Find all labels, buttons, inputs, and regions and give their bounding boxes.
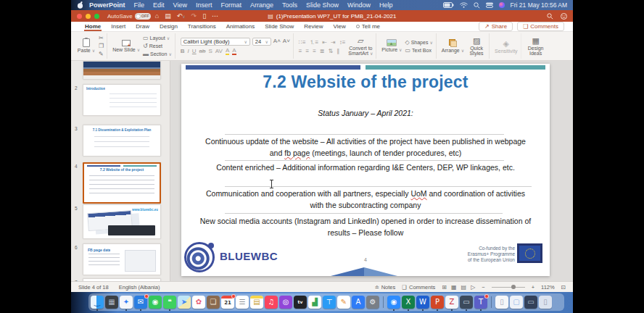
facetime-dock-icon[interactable]: ◉: [149, 296, 162, 309]
slide-thumbnail-5[interactable]: www.bluewbc.eu: [83, 204, 161, 239]
slide[interactable]: 7.2 Website of the project Status Januar…: [181, 64, 550, 276]
justify-icon[interactable]: ≣: [320, 48, 325, 54]
menu-window[interactable]: Window: [343, 1, 375, 9]
font-name-select[interactable]: Calibri Light (Body)∨: [181, 38, 250, 46]
finder-dock-icon[interactable]: ‿: [91, 296, 104, 309]
books-dock-icon[interactable]: ❏: [207, 296, 220, 309]
redo-icon[interactable]: ↷: [191, 12, 197, 20]
paste-button[interactable]: Paste ∨: [77, 38, 96, 54]
menu-edit[interactable]: Edit: [149, 1, 169, 9]
mail-dock-icon[interactable]: ✉: [134, 296, 147, 309]
menu-view[interactable]: View: [169, 1, 191, 9]
text-direction-icon[interactable]: ⇅: [329, 48, 334, 54]
numbers-dock-icon[interactable]: ▟: [308, 296, 321, 309]
slide-paragraph-4[interactable]: New social media accounts (Instagram and…: [199, 216, 532, 238]
menu-powerpoint[interactable]: PowerPoint: [85, 1, 130, 9]
new-slide-button[interactable]: New Slide ∨: [112, 40, 140, 53]
tab-transitions[interactable]: Transitions: [183, 22, 221, 31]
font-size-select[interactable]: 24∨: [252, 38, 271, 46]
layout-button[interactable]: ▭Layout∨: [143, 35, 172, 41]
system-preferences-dock-icon[interactable]: ⚙: [366, 296, 379, 309]
strikethrough-button[interactable]: ab: [199, 48, 206, 54]
zoom-slider[interactable]: [492, 287, 525, 288]
slide-title[interactable]: 7.2 Website of the project: [181, 72, 550, 92]
zoom-level[interactable]: 112%: [541, 284, 555, 291]
menu-slide-show[interactable]: Slide Show: [302, 1, 343, 9]
quick-styles-button[interactable]: ▨ QuickStyles: [467, 36, 486, 56]
slide-sorter-view-icon[interactable]: ▦: [451, 284, 457, 291]
menu-insert[interactable]: Insert: [191, 1, 217, 9]
menu-file[interactable]: File: [130, 1, 149, 9]
section-button[interactable]: ▬Section∨: [143, 51, 172, 57]
battery-icon[interactable]: [443, 2, 454, 8]
sensitivity-button[interactable]: ◈ Sensitivity: [495, 39, 518, 54]
menu-help[interactable]: Help: [375, 1, 397, 9]
zoom-in-button[interactable]: +: [532, 284, 534, 291]
remote-desktop-dock-icon[interactable]: ▭: [460, 296, 473, 309]
launchpad-dock-icon[interactable]: ▦: [105, 296, 118, 309]
shapes-button[interactable]: ◇Shapes∨: [405, 39, 433, 46]
highlight-color-button[interactable]: A: [226, 47, 229, 55]
slide-status-line[interactable]: Status January – April 2021:: [181, 109, 550, 117]
picture-button[interactable]: Picture ∨: [381, 39, 402, 53]
text-shadow-button[interactable]: S: [209, 48, 212, 54]
copy-icon[interactable]: ❐: [99, 43, 104, 49]
font-color-button[interactable]: A: [232, 47, 236, 55]
tab-tell-me[interactable]: Tell me: [351, 22, 385, 31]
menubar-clock[interactable]: Fri 21 May 10:56 AM: [511, 1, 567, 9]
word-dock-icon[interactable]: W: [416, 296, 429, 309]
safari-dock-icon[interactable]: ✦: [120, 296, 133, 309]
siri-icon[interactable]: [499, 2, 505, 8]
photos-dock-icon[interactable]: ✿: [192, 296, 205, 309]
menu-arrange[interactable]: Arrange: [246, 1, 278, 9]
close-window-button[interactable]: [77, 14, 82, 19]
trash-dock-icon[interactable]: ▯: [539, 296, 552, 309]
italic-button[interactable]: I: [188, 48, 189, 54]
undo-icon[interactable]: ↶∨: [177, 12, 186, 20]
reset-button[interactable]: ↺Reset: [143, 43, 172, 49]
screenshot-preview-dock-icon[interactable]: ▭: [524, 296, 537, 309]
apple-tv-dock-icon[interactable]: tv: [294, 296, 307, 309]
zoom-dock-icon[interactable]: ◉: [387, 296, 400, 309]
notes-dock-icon[interactable]: ▤: [250, 296, 263, 309]
language-indicator[interactable]: English (Albania): [119, 284, 160, 291]
tab-design[interactable]: Design: [154, 22, 183, 31]
save-icon[interactable]: ▤: [165, 12, 171, 20]
spotlight-search-icon[interactable]: [474, 2, 480, 9]
comments-button[interactable]: ❑Comments: [517, 22, 564, 31]
pages-dock-icon[interactable]: ✎: [337, 296, 350, 309]
zoom-out-button[interactable]: −: [482, 284, 484, 291]
slide-thumbnail-7[interactable]: [83, 278, 161, 281]
underline-button[interactable]: U: [192, 48, 197, 54]
maps-dock-icon[interactable]: ➤: [178, 296, 191, 309]
slide-paragraph-1[interactable]: Continuous update of the website – All a…: [199, 136, 532, 159]
bold-button[interactable]: B: [181, 48, 185, 54]
zotero-dock-icon[interactable]: Z: [445, 296, 458, 309]
keynote-dock-icon[interactable]: ⊤: [323, 296, 336, 309]
character-spacing-button[interactable]: AV: [215, 48, 223, 54]
align-left-icon[interactable]: ≡: [299, 48, 302, 54]
zoom-window-button[interactable]: [94, 14, 99, 19]
more-commands-icon[interactable]: ⋯: [212, 12, 218, 20]
format-painter-icon[interactable]: ✎: [99, 51, 104, 57]
slide-paragraph-3[interactable]: Communication and cooperation with all p…: [199, 188, 532, 211]
arrange-button[interactable]: Arrange ∨: [442, 39, 464, 54]
teams-dock-icon[interactable]: T: [474, 296, 487, 309]
align-right-icon[interactable]: ≡: [313, 48, 316, 54]
grow-font-icon[interactable]: A˄: [273, 38, 281, 46]
tab-home[interactable]: Home: [80, 22, 106, 31]
align-center-icon[interactable]: ≡: [306, 48, 310, 54]
shrink-font-icon[interactable]: A˅: [283, 38, 290, 46]
powerpoint-dock-icon[interactable]: P: [431, 296, 444, 309]
tab-insert[interactable]: Insert: [106, 22, 131, 31]
slideshow-view-icon[interactable]: ▷: [471, 284, 475, 291]
tab-slide-show[interactable]: Slide Show: [260, 22, 299, 31]
slide-thumbnail-1[interactable]: [83, 61, 161, 80]
comments-toggle-button[interactable]: ❑Comments: [402, 284, 435, 291]
menu-tools[interactable]: Tools: [278, 1, 302, 9]
autosave-control[interactable]: AutoSave OFF: [107, 13, 151, 20]
control-center-icon[interactable]: [486, 2, 493, 8]
slide-paragraph-2[interactable]: Content enriched – Additional informatio…: [199, 162, 532, 174]
decrease-indent-icon[interactable]: ⇤: [322, 39, 327, 46]
reminders-dock-icon[interactable]: ☰: [236, 296, 249, 309]
